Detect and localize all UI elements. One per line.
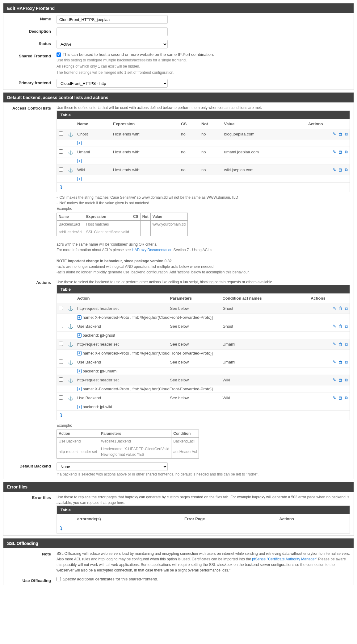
table-row: ⚓ http-request header setSee belowGhost … xyxy=(57,303,350,314)
table-row: ⚓ Use BackendSee belowWiki ✎ 🗑 ⧉ xyxy=(57,393,350,403)
shared-text: This can be used to host a second or mor… xyxy=(63,52,214,57)
edit-icon[interactable]: ✎ xyxy=(333,149,336,154)
name-label: Name xyxy=(7,15,57,21)
row-select-checkbox[interactable] xyxy=(59,306,63,310)
actions-intro: Use these to select the backend to use o… xyxy=(57,279,350,285)
table-row: ⚓ Use BackendSee belowUmami ✎ 🗑 ⧉ xyxy=(57,357,350,368)
anchor-icon[interactable]: ⚓ xyxy=(68,150,73,155)
copy-icon[interactable]: ⧉ xyxy=(345,377,348,382)
anchor-icon[interactable]: ⚓ xyxy=(68,132,73,137)
expand-icon[interactable]: + xyxy=(77,351,82,355)
delete-icon[interactable]: 🗑 xyxy=(338,342,342,347)
copy-icon[interactable]: ⧉ xyxy=(345,167,348,172)
shared-label: Shared Frontend xyxy=(7,52,57,58)
acl-table: Name Expression CS Not Value Actions ⚓ G… xyxy=(57,119,350,183)
table-row: ⚓ http-request header setSee belowWiki ✎… xyxy=(57,375,350,385)
row-select-checkbox[interactable] xyxy=(59,131,63,136)
use-offloading-checkbox[interactable] xyxy=(57,577,61,581)
edit-icon[interactable]: ✎ xyxy=(333,167,336,172)
acl-table-title: Table xyxy=(57,111,350,119)
expand-icon[interactable]: + xyxy=(77,405,82,409)
expand-icon[interactable]: + xyxy=(77,333,82,338)
expand-icon[interactable]: + xyxy=(77,177,82,181)
ssl-offloading-panel: SSL Offloading Note SSL Offloading will … xyxy=(3,538,354,585)
actions-table-title: Table xyxy=(57,285,350,293)
table-row: ⚓ WikiHost ends with:nonowiki.joeplaa.co… xyxy=(57,165,350,175)
default-backend-label: Default Backend xyxy=(7,462,57,468)
expand-icon[interactable]: + xyxy=(77,387,82,391)
use-offloading-label: Use Offloading xyxy=(7,577,57,583)
row-select-checkbox[interactable] xyxy=(59,377,63,382)
actions-example-table: ActionParametersCondition Use BackendWeb… xyxy=(57,430,199,459)
primary-label: Primary frontend xyxy=(7,79,57,85)
anchor-icon[interactable]: ⚓ xyxy=(68,306,73,311)
status-select[interactable]: Active xyxy=(57,40,168,48)
description-label: Description xyxy=(7,27,57,34)
copy-icon[interactable]: ⧉ xyxy=(345,131,348,136)
copy-icon[interactable]: ⧉ xyxy=(345,149,348,154)
default-backend-select[interactable]: None xyxy=(57,462,168,471)
edit-icon[interactable]: ✎ xyxy=(333,306,336,311)
edit-icon[interactable]: ✎ xyxy=(333,359,336,364)
shared-checkbox[interactable] xyxy=(57,52,61,57)
edit-icon[interactable]: ✎ xyxy=(333,377,336,382)
copy-icon[interactable]: ⧉ xyxy=(345,395,348,400)
name-input[interactable] xyxy=(57,15,168,24)
add-row-icon[interactable]: ⤵ xyxy=(60,413,62,418)
status-label: Status xyxy=(7,40,57,46)
add-row-icon[interactable]: ⤵ xyxy=(60,526,62,531)
edit-icon[interactable]: ✎ xyxy=(333,324,336,329)
delete-icon[interactable]: 🗑 xyxy=(338,377,342,382)
table-row: ⚓ GhostHost ends with:nonoblog.joeplaa.c… xyxy=(57,129,350,139)
haproxy-doc-link[interactable]: HAProxy Documentation xyxy=(132,248,172,252)
delete-icon[interactable]: 🗑 xyxy=(338,324,342,329)
table-row: ⚓ http-request header setSee belowUmami … xyxy=(57,339,350,350)
expand-icon[interactable]: + xyxy=(77,369,82,373)
copy-icon[interactable]: ⧉ xyxy=(345,342,348,347)
copy-icon[interactable]: ⧉ xyxy=(345,359,348,364)
acl-intro: Use these to define criteria that will b… xyxy=(57,105,350,110)
expand-icon[interactable]: + xyxy=(77,159,82,163)
acl-example-table: NameExpression CSNotValue Backend1aclHos… xyxy=(57,213,188,236)
delete-icon[interactable]: 🗑 xyxy=(338,395,342,400)
table-row: ⚓ UmamiHost ends with:nonoumami.joeplaa.… xyxy=(57,147,350,157)
error-files-table: errorcode(s) Error Page Actions xyxy=(57,514,350,524)
anchor-icon[interactable]: ⚓ xyxy=(68,360,73,365)
anchor-icon[interactable]: ⚓ xyxy=(68,378,73,383)
row-select-checkbox[interactable] xyxy=(59,167,63,172)
pfsense-cam-link[interactable]: pfSense "Certificate Authority Manager" xyxy=(252,557,317,561)
description-input[interactable] xyxy=(57,27,168,36)
add-row-icon[interactable]: ⤵ xyxy=(60,185,62,190)
edit-icon[interactable]: ✎ xyxy=(333,342,336,347)
delete-icon[interactable]: 🗑 xyxy=(338,149,342,154)
edit-icon[interactable]: ✎ xyxy=(333,395,336,400)
row-select-checkbox[interactable] xyxy=(59,324,63,328)
delete-icon[interactable]: 🗑 xyxy=(338,359,342,364)
anchor-icon[interactable]: ⚓ xyxy=(68,324,73,329)
delete-icon[interactable]: 🗑 xyxy=(338,306,342,311)
anchor-icon[interactable]: ⚓ xyxy=(68,396,73,401)
edit-icon[interactable]: ✎ xyxy=(333,131,336,136)
anchor-icon[interactable]: ⚓ xyxy=(68,168,73,172)
delete-icon[interactable]: 🗑 xyxy=(338,131,342,136)
shared-help1: Use this setting to configure multiple b… xyxy=(57,57,350,63)
row-select-checkbox[interactable] xyxy=(59,342,63,346)
table-row: ⚓ Use BackendSee belowGhost ✎ 🗑 ⧉ xyxy=(57,321,350,332)
section-title: Edit HAProxy Frontend xyxy=(3,3,354,13)
copy-icon[interactable]: ⧉ xyxy=(345,324,348,329)
expand-icon[interactable]: + xyxy=(77,141,82,145)
primary-select[interactable]: CloudFront_HTTPS - http xyxy=(57,79,168,88)
actions-label: Actions xyxy=(7,279,57,285)
row-select-checkbox[interactable] xyxy=(59,395,63,400)
error-files-label: Error files xyxy=(7,494,57,500)
row-select-checkbox[interactable] xyxy=(59,359,63,364)
error-files-panel: Error files Error files Use these to rep… xyxy=(3,482,354,536)
shared-help3: The frontend settings will be merged int… xyxy=(57,70,350,75)
row-select-checkbox[interactable] xyxy=(59,149,63,154)
delete-icon[interactable]: 🗑 xyxy=(338,167,342,172)
copy-icon[interactable]: ⧉ xyxy=(345,306,348,311)
section-title: SSL Offloading xyxy=(3,538,354,548)
expand-icon[interactable]: + xyxy=(77,315,82,320)
anchor-icon[interactable]: ⚓ xyxy=(68,342,73,347)
actions-table: Action Parameters Condition acl names Ac… xyxy=(57,293,350,411)
